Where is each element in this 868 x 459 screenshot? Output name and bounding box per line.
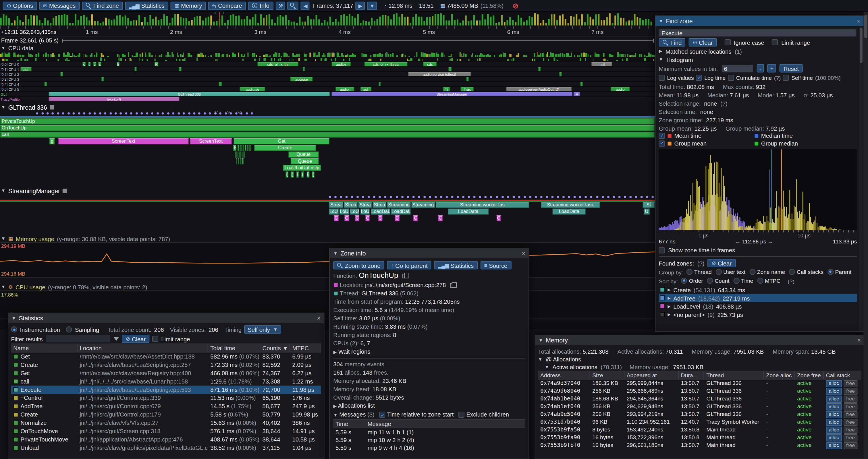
frame-bar[interactable] xyxy=(17,16,19,25)
memory-button[interactable]: ▦Memory xyxy=(170,1,206,10)
frame-bar[interactable] xyxy=(493,15,494,25)
sample-dot[interactable] xyxy=(607,196,610,198)
frame-bar[interactable] xyxy=(521,18,522,26)
frame-bar[interactable] xyxy=(437,14,439,26)
memory-usage-header[interactable]: ▼ ▦ Memory usage (y-range: 30.88 KB, vis… xyxy=(0,235,655,242)
allocations-list-row[interactable]: ▶ Allocations list xyxy=(333,402,525,411)
sample-dot[interactable] xyxy=(246,112,248,114)
timeline-zone[interactable] xyxy=(134,67,137,71)
frame-bar[interactable] xyxy=(66,15,68,26)
frame-bar[interactable] xyxy=(393,14,395,26)
sample-dot[interactable] xyxy=(418,196,420,198)
sample-dot[interactable] xyxy=(401,196,403,198)
frame-bar[interactable] xyxy=(224,23,226,26)
timeline-zone[interactable] xyxy=(101,77,104,81)
timeline-zone[interactable]: mi.tl xyxy=(591,62,612,66)
sample-dot[interactable] xyxy=(151,112,154,114)
frame-bar[interactable] xyxy=(125,15,126,25)
frame-bar[interactable] xyxy=(415,14,417,26)
sample-dot[interactable] xyxy=(613,196,615,198)
sample-dot[interactable] xyxy=(67,112,70,114)
location-value[interactable]: jni/../jni/src/guif/Screen.cpp:278 xyxy=(365,282,446,288)
close-icon[interactable]: × xyxy=(522,250,525,257)
frame-bar[interactable] xyxy=(506,20,508,25)
collapse-icon[interactable]: ▼ xyxy=(1,104,5,109)
frame-bar[interactable] xyxy=(421,17,423,26)
frame-bar[interactable] xyxy=(338,22,340,25)
sample-dot[interactable] xyxy=(368,196,370,198)
sort-by-time[interactable]: Time xyxy=(733,277,753,284)
sort-by-count[interactable]: Count xyxy=(707,277,729,284)
frame-bar[interactable] xyxy=(119,15,121,25)
sample-dot[interactable] xyxy=(562,196,565,198)
frame-bar[interactable] xyxy=(166,16,168,25)
frame-bar[interactable] xyxy=(114,19,115,26)
timeline-zone[interactable] xyxy=(240,145,241,151)
time-relative-checkbox[interactable] xyxy=(379,412,385,418)
timeline-zone[interactable]: Create xyxy=(254,145,316,151)
frame-bar[interactable] xyxy=(83,15,85,26)
frame-bar[interactable] xyxy=(537,14,538,25)
timeline-zone[interactable]: (worker/) xyxy=(49,97,180,101)
timeline-zone[interactable]: Streaming worker task xyxy=(541,202,600,208)
legend-checkbox[interactable] xyxy=(659,133,664,139)
allocation-row[interactable]: 0x74ab1be040186.68 KB294,645,364ns13:50.… xyxy=(538,395,861,403)
timeline-zone[interactable] xyxy=(60,72,63,76)
frame-bar[interactable] xyxy=(562,14,563,25)
message-marker-icon[interactable]: ▽ xyxy=(215,110,218,114)
frame-bar[interactable] xyxy=(257,23,259,26)
sample-dot[interactable] xyxy=(209,112,211,114)
frame-bar[interactable] xyxy=(147,22,149,26)
frame-bar[interactable] xyxy=(274,23,276,26)
sample-dot[interactable] xyxy=(188,112,190,114)
frame-bar[interactable] xyxy=(468,21,470,26)
timeline-zone[interactable] xyxy=(219,82,222,86)
frame-bar[interactable] xyxy=(460,23,461,26)
timeline-zone[interactable]: ScreenText xyxy=(190,138,232,144)
sample-dot[interactable] xyxy=(52,112,54,114)
frame-bar[interactable] xyxy=(305,22,306,26)
timeline-zone[interactable]: c xyxy=(83,62,86,66)
sample-dot[interactable] xyxy=(198,112,201,114)
frame-bar[interactable] xyxy=(42,23,43,26)
frame-bar[interactable] xyxy=(484,20,486,25)
sample-dot[interactable] xyxy=(57,112,59,114)
thread-note-icon[interactable] xyxy=(63,188,67,193)
histogram-chart[interactable] xyxy=(659,149,857,230)
sample-dot[interactable] xyxy=(351,196,353,198)
sample-dot[interactable] xyxy=(479,196,482,198)
sample-dot[interactable] xyxy=(535,196,537,198)
sample-dot[interactable] xyxy=(83,112,86,114)
column-header-appeared-at[interactable]: Appeared at xyxy=(624,371,679,379)
timeline-zone[interactable]: LoaULoiUpLoUp xyxy=(283,165,321,171)
sample-dot[interactable] xyxy=(490,196,493,198)
sample-dot[interactable] xyxy=(451,196,454,198)
timeline-zone[interactable] xyxy=(250,145,252,151)
sample-dot[interactable] xyxy=(485,196,487,198)
allocations-group-row[interactable]: ▼ @ Allocations xyxy=(538,355,861,363)
frame-bar[interactable] xyxy=(581,14,583,26)
next-frame-button[interactable]: ▶ xyxy=(355,1,365,10)
legend-checkbox[interactable] xyxy=(659,140,664,146)
frame-bar[interactable] xyxy=(230,15,231,26)
limit-range-checkbox[interactable] xyxy=(152,336,158,342)
frame-bar[interactable] xyxy=(285,15,287,25)
frame-bar[interactable] xyxy=(512,20,514,25)
alloc-callstack-button[interactable]: alloc xyxy=(826,427,842,434)
timeline-zone[interactable]: Get xyxy=(234,138,330,144)
frame-bar[interactable] xyxy=(368,22,370,26)
sample-dot[interactable] xyxy=(468,196,470,198)
sample-dot[interactable] xyxy=(635,196,637,198)
frame-bar[interactable] xyxy=(648,19,649,26)
filter-input[interactable] xyxy=(45,335,111,343)
group-by-zone-name[interactable]: Zone name xyxy=(749,269,785,275)
frame-bar[interactable] xyxy=(235,17,237,26)
frame-bar[interactable] xyxy=(340,14,342,25)
frame-bar[interactable] xyxy=(377,19,378,26)
frame-bar[interactable] xyxy=(310,20,312,26)
timeline-zone[interactable]: C xyxy=(365,215,370,221)
frame-bar[interactable] xyxy=(249,19,251,26)
group-by-parent[interactable]: Parent xyxy=(828,269,851,275)
sample-dot[interactable] xyxy=(457,196,459,198)
found-zone-group[interactable]: ▶<no parent>(9)225.73 µs xyxy=(659,310,857,319)
